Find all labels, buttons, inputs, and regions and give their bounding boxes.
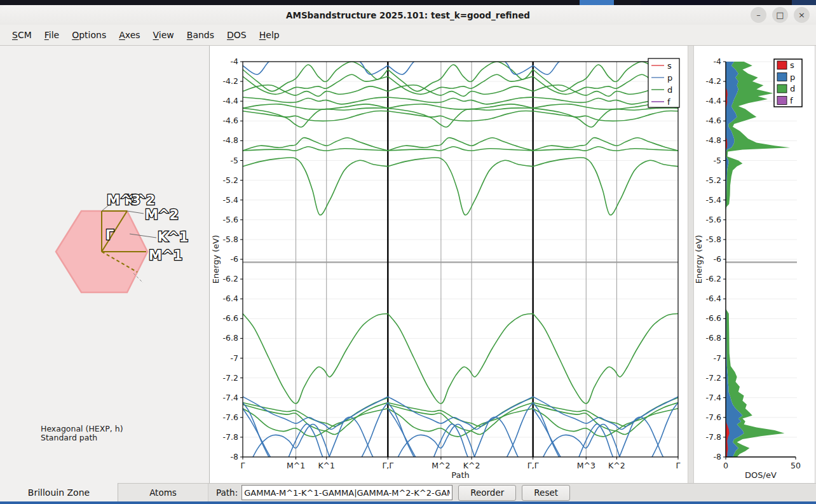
- menu-scm[interactable]: SCM: [6, 27, 37, 43]
- svg-text:50: 50: [791, 461, 801, 470]
- svg-text:M^3: M^3: [577, 461, 595, 470]
- titlebar[interactable]: AMSbandstructure 2025.101: test_k=good_r…: [0, 5, 816, 25]
- svg-text:-7.6: -7.6: [223, 412, 238, 422]
- svg-text:-5: -5: [714, 156, 721, 165]
- maximize-button[interactable]: □: [772, 7, 788, 23]
- close-button[interactable]: ×: [794, 7, 810, 23]
- menu-axes[interactable]: Axes: [113, 27, 146, 43]
- svg-text:-7.4: -7.4: [706, 393, 721, 402]
- svg-text:-6: -6: [714, 254, 722, 264]
- svg-text:-5.4: -5.4: [223, 195, 238, 205]
- band-structure-chart[interactable]: -4-4.2-4.4-4.6-4.8-5-5.2-5.4-5.6-5.8-6-6…: [210, 46, 688, 483]
- leader-line: [127, 211, 144, 214]
- svg-text:Γ: Γ: [241, 461, 245, 470]
- svg-text:Γ,Γ: Γ,Γ: [527, 461, 539, 470]
- svg-text:-8: -8: [714, 452, 722, 461]
- menu-help[interactable]: Help: [254, 27, 285, 43]
- background-window-fragment: [792, 0, 816, 5]
- svg-text:-6.4: -6.4: [706, 294, 721, 303]
- y-axis-label: Energy (eV): [694, 235, 704, 284]
- band-curves: [243, 48, 678, 467]
- svg-text:-4.2: -4.2: [223, 76, 238, 86]
- svg-text:0: 0: [723, 461, 728, 470]
- menu-bands[interactable]: Bands: [181, 27, 220, 43]
- menu-file[interactable]: File: [39, 27, 65, 43]
- svg-text:-4: -4: [231, 57, 239, 66]
- svg-text:Γ: Γ: [676, 461, 681, 470]
- k-point-label: Γ: [105, 228, 114, 243]
- k-point-label: M^2: [145, 207, 179, 222]
- background-window-fragment: [641, 0, 730, 5]
- svg-text:-4.8: -4.8: [223, 135, 238, 145]
- dos-chart[interactable]: -4-4.2-4.4-4.6-4.8-5-5.2-5.4-5.6-5.8-6-6…: [694, 46, 815, 483]
- svg-text:M^2: M^2: [432, 461, 450, 470]
- legend-label: d: [667, 85, 672, 95]
- svg-text:-7: -7: [231, 353, 238, 363]
- bottom-bar: Brillouin Zone Atoms Path: Reorder Reset: [0, 483, 816, 501]
- window-title: AMSbandstructure 2025.101: test_k=good_r…: [286, 10, 530, 20]
- k-point-label: M^1: [149, 248, 182, 263]
- menu-dos[interactable]: DOS: [221, 27, 252, 43]
- svg-text:-4.2: -4.2: [706, 76, 721, 86]
- lattice-type: Hexagonal (HEXP, h): [41, 425, 123, 433]
- svg-text:-5: -5: [231, 156, 238, 165]
- panel-splitter[interactable]: [688, 46, 694, 483]
- legend-label: s: [667, 61, 672, 71]
- svg-text:-7.8: -7.8: [223, 432, 238, 442]
- minimize-button[interactable]: –: [751, 7, 766, 23]
- tab-atoms[interactable]: Atoms: [118, 484, 208, 502]
- svg-text:-7.2: -7.2: [223, 373, 238, 383]
- svg-text:-6.6: -6.6: [706, 313, 721, 323]
- svg-text:-7.8: -7.8: [706, 432, 721, 442]
- legend-label: p: [790, 72, 795, 82]
- taskbar-edge-strip: [0, 501, 816, 504]
- legend-label: p: [667, 73, 672, 83]
- svg-text:-7.4: -7.4: [223, 393, 238, 402]
- svg-text:M^1: M^1: [287, 461, 305, 470]
- svg-text:-8: -8: [231, 452, 239, 461]
- svg-text:-7.2: -7.2: [706, 373, 721, 383]
- svg-text:-6.4: -6.4: [223, 294, 238, 303]
- menu-view[interactable]: View: [147, 27, 180, 43]
- svg-text:K^2: K^2: [463, 461, 480, 470]
- svg-text:-5.8: -5.8: [706, 235, 721, 244]
- legend-label: f: [667, 97, 670, 107]
- svg-text:-4: -4: [714, 57, 722, 66]
- path-label: Path:: [216, 487, 238, 498]
- reset-button[interactable]: Reset: [522, 485, 570, 501]
- menubar: SCMFileOptionsAxesViewBandsDOSHelp: [0, 25, 816, 46]
- svg-text:-6.8: -6.8: [223, 333, 238, 343]
- window-controls: – □ ×: [751, 7, 810, 23]
- k-point-label: M^3: [107, 193, 140, 208]
- svg-text:-5.2: -5.2: [706, 175, 721, 185]
- main-content: K^2M^3M^2ΓK^1M^1 Hexagonal (HEXP, h) Sta…: [0, 46, 816, 483]
- svg-text:-6.6: -6.6: [223, 313, 238, 323]
- svg-text:K^2: K^2: [608, 461, 625, 470]
- path-input[interactable]: [241, 485, 452, 500]
- svg-text:-4.6: -4.6: [223, 116, 238, 125]
- svg-text:-7: -7: [714, 353, 721, 363]
- svg-text:-6.8: -6.8: [706, 333, 721, 343]
- x-axis-label: DOS/eV: [745, 470, 777, 480]
- svg-text:-5.6: -5.6: [706, 215, 721, 224]
- svg-text:-7.6: -7.6: [706, 412, 721, 422]
- svg-text:-4.6: -4.6: [706, 116, 721, 125]
- dos-panel: -4-4.2-4.4-4.6-4.8-5-5.2-5.4-5.6-5.8-6-6…: [694, 46, 815, 483]
- svg-text:Γ,Γ: Γ,Γ: [382, 461, 393, 470]
- svg-text:-5.6: -5.6: [223, 215, 238, 224]
- lattice-info: Hexagonal (HEXP, h) Standard path: [41, 425, 123, 442]
- svg-text:K^1: K^1: [318, 461, 335, 470]
- band-structure-panel: -4-4.2-4.4-4.6-4.8-5-5.2-5.4-5.6-5.8-6-6…: [210, 46, 688, 483]
- x-axis-label: Path: [451, 470, 470, 480]
- brillouin-zone-figure[interactable]: K^2M^3M^2ΓK^1M^1: [0, 46, 210, 483]
- reorder-button[interactable]: Reorder: [458, 485, 516, 501]
- legend-label: f: [790, 96, 793, 106]
- legend-label: d: [790, 84, 795, 93]
- svg-text:-6.2: -6.2: [223, 274, 238, 283]
- svg-text:-4.4: -4.4: [706, 96, 721, 106]
- y-axis-label: Energy (eV): [211, 235, 221, 284]
- tab-brillouin-zone[interactable]: Brillouin Zone: [0, 483, 118, 501]
- desktop-background-strip: [0, 0, 816, 5]
- svg-text:-6: -6: [231, 254, 239, 264]
- menu-options[interactable]: Options: [66, 27, 112, 43]
